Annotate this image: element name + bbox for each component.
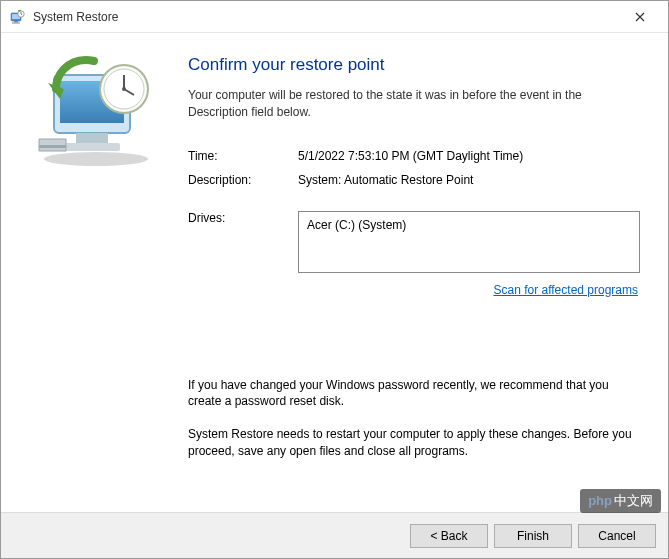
description-row: Description: System: Automatic Restore P…	[188, 173, 640, 187]
svg-rect-10	[64, 143, 120, 151]
drives-label: Drives:	[188, 211, 298, 225]
svg-rect-9	[76, 133, 108, 143]
password-warning: If you have changed your Windows passwor…	[188, 377, 640, 411]
page-heading: Confirm your restore point	[188, 55, 640, 75]
drive-item: Acer (C:) (System)	[307, 218, 631, 232]
scan-affected-programs-link[interactable]: Scan for affected programs	[188, 283, 640, 297]
footer-button-bar: < Back Finish Cancel	[1, 512, 668, 558]
page-subtext: Your computer will be restored to the st…	[188, 87, 640, 121]
svg-rect-11	[39, 145, 66, 148]
description-value: System: Automatic Restore Point	[298, 173, 640, 187]
system-restore-window: System Restore	[0, 0, 669, 559]
time-value: 5/1/2022 7:53:10 PM (GMT Daylight Time)	[298, 149, 640, 163]
time-row: Time: 5/1/2022 7:53:10 PM (GMT Daylight …	[188, 149, 640, 163]
restore-graphic-icon	[24, 51, 164, 171]
close-button[interactable]	[620, 3, 660, 31]
restart-warning: System Restore needs to restart your com…	[188, 426, 640, 460]
sidebar-graphic-area	[1, 33, 176, 512]
finish-button[interactable]: Finish	[494, 524, 572, 548]
back-button[interactable]: < Back	[410, 524, 488, 548]
cancel-button[interactable]: Cancel	[578, 524, 656, 548]
time-label: Time:	[188, 149, 298, 163]
drives-row: Drives: Acer (C:) (System)	[188, 211, 640, 273]
svg-rect-2	[14, 21, 18, 23]
content-area: Confirm your restore point Your computer…	[176, 33, 668, 512]
titlebar: System Restore	[1, 1, 668, 33]
drives-listbox[interactable]: Acer (C:) (System)	[298, 211, 640, 273]
window-title: System Restore	[33, 10, 620, 24]
system-restore-icon	[9, 9, 25, 25]
description-label: Description:	[188, 173, 298, 187]
svg-rect-3	[12, 22, 20, 23]
warnings-area: If you have changed your Windows passwor…	[188, 377, 640, 460]
svg-point-16	[122, 87, 126, 91]
dialog-body: Confirm your restore point Your computer…	[1, 33, 668, 512]
svg-point-6	[44, 152, 148, 166]
